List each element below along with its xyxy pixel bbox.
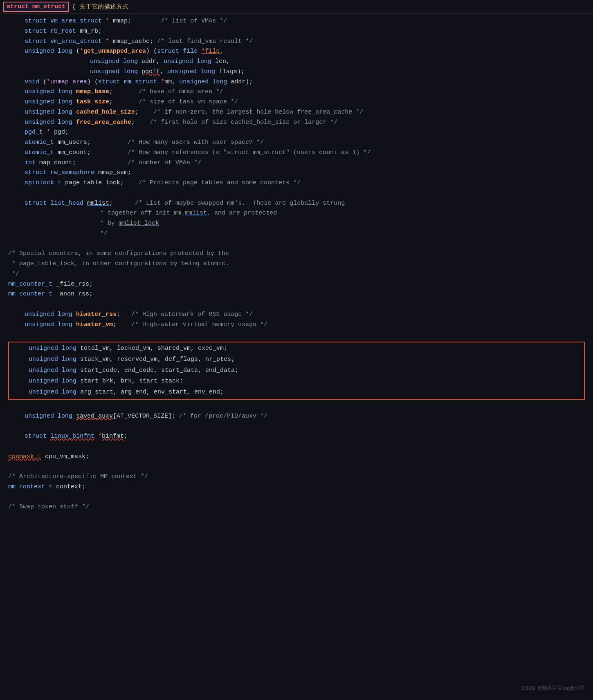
line-24: unsigned long hiwater_rss; /* High-water… bbox=[8, 310, 585, 320]
line-22: mm_counter_t _file_rss; bbox=[8, 280, 585, 290]
blank-9 bbox=[8, 492, 585, 503]
line-8: unsigned long mmap_base; /* base of mmap… bbox=[8, 87, 585, 97]
blank-5 bbox=[8, 401, 585, 412]
blank-3 bbox=[8, 300, 585, 310]
line-comment-3: */ bbox=[8, 269, 585, 280]
blank-4 bbox=[8, 330, 585, 340]
highlight-box: unsigned long total_vm, locked_vm, share… bbox=[8, 342, 585, 400]
line-12: pgd_t * pgd; bbox=[8, 127, 585, 138]
line-26: unsigned long total_vm, locked_vm, share… bbox=[12, 343, 581, 354]
line-4: unsigned long (*get_unmapped_area) (stru… bbox=[8, 47, 585, 57]
title-description: { 关于它的描述方式 bbox=[72, 3, 128, 11]
line-30: unsigned long arg_start, arg_end, env_st… bbox=[12, 387, 581, 398]
line-33: cpumask_t cpu_vm_mask; bbox=[8, 452, 585, 462]
line-15: int map_count; /* number of VMAs */ bbox=[8, 158, 585, 168]
line-5: unsigned long addr, unsigned long len, bbox=[8, 57, 585, 67]
blank-2 bbox=[8, 239, 585, 249]
line-34: mm_context_t context; bbox=[8, 482, 585, 492]
line-comment-4: /* Architecture-specific MM context */ bbox=[8, 472, 585, 482]
line-11: unsigned long free_area_cache; /* first … bbox=[8, 118, 585, 128]
line-14: atomic_t mm_count; /* How many reference… bbox=[8, 148, 585, 158]
line-1: struct vm_area_struct * mmap; /* list of… bbox=[8, 16, 585, 27]
line-29: unsigned long start_brk, brk, start_stac… bbox=[12, 376, 581, 387]
watermark: CSDN @海绵宝宝de派小星 bbox=[522, 684, 585, 692]
line-25: unsigned long hiwater_vm; /* High-water … bbox=[8, 320, 585, 330]
line-17: spinlock_t page_table_lock; /* Protects … bbox=[8, 178, 585, 188]
line-32: struct linux_binfmt *binfmt; bbox=[8, 432, 585, 442]
line-27: unsigned long stack_vm, reserved_vm, def… bbox=[12, 354, 581, 365]
line-7: void (*unmap_area) (struct mm_struct *mm… bbox=[8, 77, 585, 87]
blank-6 bbox=[8, 421, 585, 432]
line-31: unsigned long saved_auxv[AT_VECTOR_SIZE]… bbox=[8, 412, 585, 422]
line-6: unsigned long pgoff, unsigned long flags… bbox=[8, 67, 585, 77]
blank-7 bbox=[8, 442, 585, 452]
line-comment-2: * page_table_lock, in other configuratio… bbox=[8, 259, 585, 269]
line-comment-5: /* Swap token stuff */ bbox=[8, 502, 585, 512]
line-3: struct vm_area_struct * mmap_cache; /* l… bbox=[8, 37, 585, 47]
line-23: mm_counter_t _anon_rss; bbox=[8, 289, 585, 300]
blank-8 bbox=[8, 462, 585, 472]
struct-keyword: struct mm_struct bbox=[3, 2, 69, 12]
line-2: struct rb_root mm_rb; bbox=[8, 27, 585, 37]
line-28: unsigned long start_code, end_code, star… bbox=[12, 365, 581, 376]
line-18: struct list_head mmlist; /* List of mayb… bbox=[8, 199, 585, 209]
line-9: unsigned long task_size; /* size of task… bbox=[8, 97, 585, 107]
blank-1 bbox=[8, 188, 585, 199]
line-13: atomic_t mm_users; /* How many users wit… bbox=[8, 138, 585, 148]
code-container: struct mm_struct { 关于它的描述方式 struct vm_ar… bbox=[0, 0, 593, 700]
line-21: */ bbox=[8, 229, 585, 239]
line-20: * by mmlist_lock bbox=[8, 219, 585, 229]
line-19: * together off init_mm.mmlist, and are p… bbox=[8, 208, 585, 219]
line-16: struct rw_semaphore mmap_sem; bbox=[8, 168, 585, 178]
code-body: struct vm_area_struct * mmap; /* list of… bbox=[0, 14, 593, 521]
title-bar: struct mm_struct { 关于它的描述方式 bbox=[0, 0, 593, 14]
line-comment-1: /* Special counters, in some configurati… bbox=[8, 249, 585, 259]
line-10: unsigned long cached_hole_size; /* if no… bbox=[8, 107, 585, 118]
